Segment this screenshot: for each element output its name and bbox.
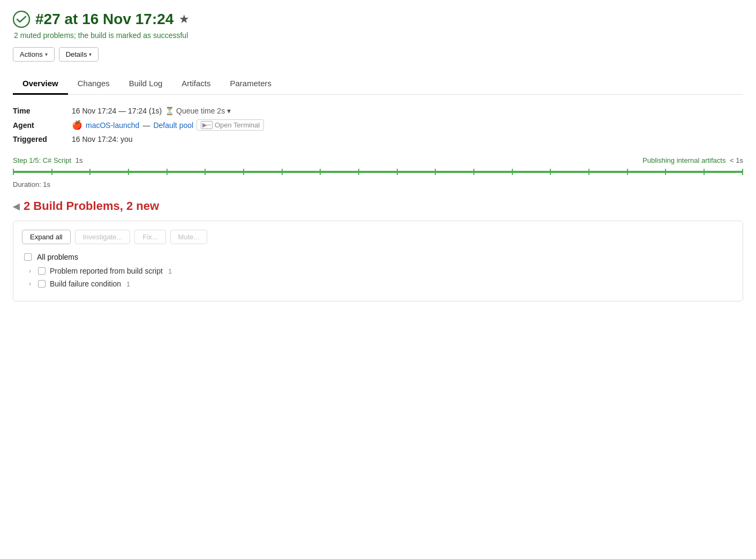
collapse-arrow-icon[interactable]: ◀ [13, 201, 19, 211]
timeline-tick [588, 169, 589, 175]
time-label: Time [13, 107, 72, 115]
tab-artifacts[interactable]: Artifacts [172, 73, 220, 95]
queue-time[interactable]: ⏳ Queue time 2s ▾ [165, 107, 231, 115]
details-label: Details [66, 50, 87, 58]
timeline-tick [665, 169, 666, 175]
timeline-step-label: Step 1/5: C# Script 1s [13, 156, 82, 164]
star-icon[interactable]: ★ [179, 12, 190, 26]
timeline-tick [13, 169, 14, 175]
time-value: 16 Nov 17:24 — 17:24 (1s) [72, 107, 162, 115]
actions-button[interactable]: Actions ▾ [13, 47, 55, 62]
apple-icon: 🍎 [72, 120, 82, 130]
mute-button: Mute... [170, 230, 208, 244]
details-chevron-icon: ▾ [89, 51, 92, 57]
fix-button: Fix... [134, 230, 165, 244]
timeline-tick [742, 169, 743, 175]
problem-text-0: Problem reported from build script [50, 267, 163, 275]
timeline-tick [358, 169, 359, 175]
agent-value-group: 🍎 macOS-launchd — Default pool ▶─ Open T… [72, 119, 264, 131]
time-row: Time 16 Nov 17:24 — 17:24 (1s) ⏳ Queue t… [13, 107, 743, 115]
tab-overview[interactable]: Overview [13, 73, 68, 95]
timeline-tick [512, 169, 513, 175]
problems-card: Expand all Investigate... Fix... Mute...… [13, 221, 743, 301]
timeline-tick [51, 169, 52, 175]
problem-expand-arrow-1[interactable]: › [26, 280, 34, 288]
timeline-bar [13, 167, 743, 177]
duration-text: Duration: 1s [13, 180, 743, 188]
timeline-tick [627, 169, 628, 175]
build-problems-title: ◀ 2 Build Problems, 2 new [13, 199, 743, 213]
problem-row-1: › Build failure condition 1 [24, 280, 734, 288]
header-section: #27 at 16 Nov 17:24 ★ [13, 11, 743, 28]
timeline-tick [128, 169, 129, 175]
open-terminal-button[interactable]: ▶─ Open Terminal [196, 119, 264, 131]
problem-count-0: 1 [168, 267, 172, 275]
action-buttons-group: Actions ▾ Details ▾ [13, 47, 743, 62]
actions-chevron-icon: ▾ [45, 51, 48, 57]
problems-list: All problems › Problem reported from bui… [22, 253, 734, 288]
agent-pool-link[interactable]: Default pool [153, 121, 193, 130]
timeline-tick [435, 169, 436, 175]
build-title: #27 at 16 Nov 17:24 [35, 11, 173, 28]
build-subtitle: 2 muted problems; the build is marked as… [14, 31, 743, 40]
timeline-publishing-label: Publishing internal artifacts < 1s [642, 156, 743, 164]
details-button[interactable]: Details ▾ [59, 47, 99, 62]
timeline-tick [473, 169, 474, 175]
timeline-tick [89, 169, 90, 175]
triggered-value: 16 Nov 17:24: you [72, 135, 133, 143]
agent-row: Agent 🍎 macOS-launchd — Default pool ▶─ … [13, 119, 743, 131]
expand-all-button[interactable]: Expand all [22, 230, 71, 244]
problem-expand-arrow-0[interactable]: › [26, 267, 34, 275]
svg-point-0 [13, 11, 29, 27]
agent-name-link[interactable]: macOS-launchd [86, 121, 139, 130]
agent-label: Agent [13, 121, 72, 130]
timeline-tick [243, 169, 244, 175]
problems-actions-bar: Expand all Investigate... Fix... Mute... [22, 230, 734, 244]
all-problems-label: All problems [37, 253, 78, 261]
timeline-tick [550, 169, 551, 175]
problem-checkbox-1[interactable] [38, 280, 46, 288]
all-problems-row: All problems [24, 253, 734, 261]
timeline-labels: Step 1/5: C# Script 1s Publishing intern… [13, 156, 743, 164]
queue-chevron-icon: ▾ [227, 107, 231, 115]
timeline-tick [167, 169, 168, 175]
timeline-tick [397, 169, 398, 175]
triggered-label: Triggered [13, 135, 72, 143]
hourglass-icon: ⏳ [165, 107, 174, 115]
timeline-ticks [13, 167, 743, 177]
timeline-tick [704, 169, 705, 175]
timeline-tick [282, 169, 283, 175]
tab-build-log[interactable]: Build Log [119, 73, 172, 95]
all-problems-checkbox[interactable] [24, 253, 32, 261]
investigate-button: Investigate... [75, 230, 131, 244]
actions-label: Actions [20, 50, 43, 58]
agent-separator: — [142, 121, 150, 130]
success-check-icon [13, 11, 30, 28]
build-details-table: Time 16 Nov 17:24 — 17:24 (1s) ⏳ Queue t… [13, 107, 743, 143]
build-problems-section: ◀ 2 Build Problems, 2 new Expand all Inv… [13, 199, 743, 301]
triggered-row: Triggered 16 Nov 17:24: you [13, 135, 743, 143]
timeline-tick [320, 169, 321, 175]
problem-count-1: 1 [126, 280, 130, 288]
tab-changes[interactable]: Changes [68, 73, 119, 95]
tab-bar: Overview Changes Build Log Artifacts Par… [13, 73, 743, 95]
timeline-section: Step 1/5: C# Script 1s Publishing intern… [13, 156, 743, 188]
problem-checkbox-0[interactable] [38, 267, 46, 275]
timeline-tick [205, 169, 206, 175]
terminal-icon: ▶─ [201, 121, 213, 129]
problem-row-0: › Problem reported from build script 1 [24, 267, 734, 275]
time-value-group: 16 Nov 17:24 — 17:24 (1s) ⏳ Queue time 2… [72, 107, 231, 115]
problem-text-1: Build failure condition [50, 280, 121, 288]
tab-parameters[interactable]: Parameters [221, 73, 282, 95]
